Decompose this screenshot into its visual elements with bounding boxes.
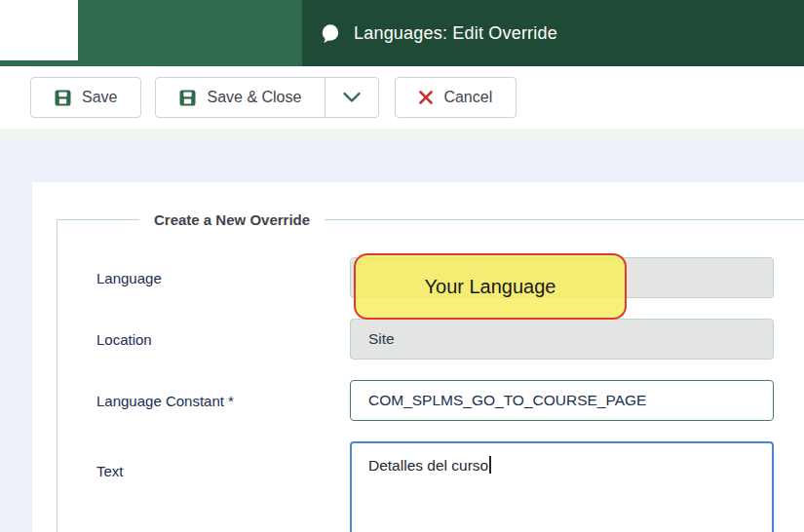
comment-bubble-icon	[320, 23, 341, 44]
save-close-button-label: Save & Close	[207, 89, 301, 106]
page-title-area: Languages: Edit Override	[320, 0, 557, 66]
text-label: Text	[96, 463, 350, 479]
toolbar: Save Save & Close	[0, 66, 804, 129]
save-button-label: Save	[82, 89, 117, 106]
cancel-button-label: Cancel	[443, 89, 492, 106]
page-title: Languages: Edit Override	[354, 23, 557, 44]
language-constant-input[interactable]: COM_SPLMS_GO_TO_COURSE_PAGE	[350, 380, 774, 421]
location-label: Location	[96, 331, 350, 348]
save-close-button[interactable]: Save & Close	[156, 78, 325, 117]
annotation-label: Your Language	[425, 276, 556, 298]
chevron-down-icon	[342, 92, 362, 103]
location-input: Site	[350, 319, 774, 360]
logo-placeholder	[0, 0, 78, 60]
save-options-dropdown-toggle[interactable]	[325, 78, 378, 117]
text-row: Text Detalles del curso	[96, 441, 774, 532]
language-label: Language	[96, 270, 350, 286]
language-constant-row: Language Constant * COM_SPLMS_GO_TO_COUR…	[96, 380, 774, 421]
cancel-button[interactable]: Cancel	[395, 77, 517, 118]
language-constant-label: Language Constant *	[96, 393, 350, 409]
save-close-button-group: Save & Close	[155, 77, 379, 118]
text-textarea[interactable]: Detalles del curso	[350, 441, 774, 532]
annotation-highlight: Your Language	[354, 253, 627, 320]
location-row: Location Site	[96, 319, 774, 360]
save-floppy-icon	[179, 90, 196, 106]
text-textarea-value: Detalles del curso	[368, 457, 488, 474]
close-x-icon	[419, 91, 433, 104]
save-button[interactable]: Save	[30, 77, 141, 118]
toolbar-bottom-strip	[0, 129, 804, 141]
save-floppy-icon	[55, 90, 71, 106]
fieldset-legend: Create a New Override	[139, 211, 325, 228]
header-bar: Languages: Edit Override	[0, 0, 804, 66]
content-card: Create a New Override Language Location …	[32, 182, 804, 532]
app-window: Languages: Edit Override Save	[0, 0, 804, 532]
text-cursor	[489, 456, 491, 474]
